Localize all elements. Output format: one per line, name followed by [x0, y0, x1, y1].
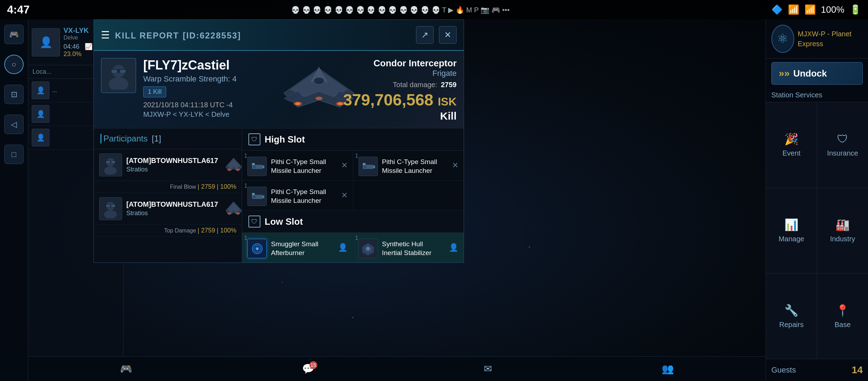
svg-point-24 — [315, 97, 323, 100]
low-slot-icon-1 — [247, 239, 267, 258]
signal-icon: 📶 — [804, 4, 816, 15]
stat-time: 04:46 — [64, 43, 79, 50]
participant-info-1: [ATOM]BTOWNHUSTLA617 Stratios — [126, 157, 218, 173]
svg-rect-39 — [106, 205, 110, 207]
bottom-bar: 🎮 💬 15 ✉ 👥 — [28, 356, 766, 381]
svg-rect-15 — [120, 70, 126, 73]
svg-point-45 — [236, 212, 240, 214]
repairs-icon: 🔧 — [784, 304, 798, 317]
insurance-label: Insurance — [827, 149, 858, 157]
stat-chart-icon: 📈 — [85, 43, 92, 50]
industry-icon: 🏭 — [836, 218, 850, 231]
base-label: Base — [834, 321, 851, 329]
high-slot-2[interactable]: 1 Pithi C-Type Small Missile Launcher ✕ — [353, 151, 464, 180]
low-slot-name-2: Synthetic Hull Inertial Stabilizer — [382, 240, 445, 257]
svg-point-10 — [352, 317, 354, 318]
service-base[interactable]: 📍 Base — [817, 273, 868, 359]
high-slot-row-1: 1 Pithi C-Type Small Missile Launcher ✕ — [242, 151, 464, 181]
isk-label: ISK — [438, 95, 457, 108]
participant-stats-1: Final Blow | 2759 | 100% — [94, 181, 242, 193]
square-button[interactable]: □ — [4, 145, 24, 164]
svg-point-23 — [337, 102, 343, 105]
participant-name-1: [ATOM]BTOWNHUSTLA617 — [126, 157, 218, 165]
svg-rect-53 — [363, 163, 366, 165]
slot-num-2: 1 — [355, 153, 358, 159]
bottom-group-btn[interactable]: 👥 — [662, 363, 674, 375]
svg-point-56 — [253, 195, 256, 198]
guests-row: Guests 14 — [766, 359, 868, 381]
slot-icon-2 — [358, 157, 378, 176]
low-slot-name-1: Smuggler Small Afterburner — [271, 240, 334, 257]
undock-button[interactable]: »» Undock — [771, 62, 863, 85]
svg-point-36 — [236, 169, 240, 171]
status-icons: 💀 💀 💀 💀 💀 💀 💀 💀 💀 💀 💀 💀 💀 💀 T ▶ 🔥 M P 📷 … — [291, 6, 510, 14]
menu-icon[interactable]: ☰ — [101, 29, 110, 41]
bottom-mail-btn[interactable]: ✉ — [484, 363, 492, 375]
slot-close-1[interactable]: ✕ — [341, 161, 348, 170]
bottom-mail-icon: ✉ — [484, 363, 492, 375]
total-damage-value: 2759 — [441, 81, 457, 89]
low-slot-2[interactable]: 1 Synthetic Hull Inertial Stabilizer 👤 — [353, 233, 464, 262]
service-insurance[interactable]: 🛡 Insurance — [817, 102, 868, 188]
slot-person-icon-1: 👤 — [338, 243, 348, 252]
slot-close-3[interactable]: ✕ — [341, 191, 348, 200]
gamepad-button[interactable]: 🎮 — [4, 25, 24, 44]
svg-point-48 — [253, 165, 256, 168]
slot-person-icon-2: 👤 — [449, 243, 458, 252]
svg-point-41 — [104, 210, 117, 218]
ship-type: Condor Interceptor — [343, 58, 457, 69]
kill-report-title: KILL REPORT — [115, 31, 179, 40]
ship-icon-1 — [222, 155, 242, 175]
kill-report-id: [ID:6228553] — [183, 31, 241, 40]
participant-damage-1: | — [198, 183, 201, 190]
service-repairs[interactable]: 🔧 Repairs — [766, 273, 817, 359]
low-slot-num-1: 1 — [244, 235, 247, 241]
service-event[interactable]: 🎉 Event — [766, 102, 817, 188]
isk-value: 379,706,568 — [343, 91, 433, 109]
svg-point-7 — [529, 247, 530, 248]
back-button[interactable]: ◁ — [4, 115, 24, 134]
low-slot-label: Low Slot — [265, 216, 303, 227]
low-slot-header: 🛡 Low Slot — [242, 211, 464, 233]
slot-close-2[interactable]: ✕ — [452, 161, 458, 170]
bottom-chat-btn[interactable]: 💬 15 — [302, 363, 314, 375]
battery-text: 100% — [821, 4, 845, 15]
kill-report-dialog: ☰ KILL REPORT [ID:6228553] ↗ ✕ [FLY7]zC — [94, 19, 464, 263]
high-slot-header: 🛡 High Slot — [242, 128, 464, 151]
low-slot-1[interactable]: 1 Smuggler Small Afterburner 👤 — [242, 233, 353, 262]
participants-count: [1] — [152, 134, 161, 143]
svg-rect-14 — [111, 70, 117, 73]
manage-label: Manage — [779, 235, 804, 243]
participant-name-2: [ATOM]BTOWNHUSTLA617 — [126, 200, 218, 208]
right-top-section: ⚛ MJXW-P - Planet Express — [766, 19, 868, 59]
dialog-header: ☰ KILL REPORT [ID:6228553] ↗ ✕ — [94, 20, 464, 51]
low-slot-num-2: 1 — [355, 235, 358, 241]
list-avatar-2: 👤 — [32, 105, 49, 123]
participant-row-1[interactable]: [ATOM]BTOWNHUSTLA617 Stratios — [94, 149, 242, 181]
station-services-label: Station Services — [766, 88, 868, 102]
circle-button[interactable]: ○ — [4, 55, 24, 74]
atom-icon: ⚛ — [771, 25, 794, 53]
list-avatar-3: 👤 — [32, 129, 49, 146]
high-slot-1[interactable]: 1 Pithi C-Type Small Missile Launcher ✕ — [242, 151, 353, 180]
service-manage[interactable]: 📊 Manage — [766, 188, 817, 273]
manage-icon: 📊 — [784, 218, 798, 231]
bottom-gamepad-btn[interactable]: 🎮 — [120, 363, 132, 375]
low-slot-icon-2 — [358, 239, 378, 258]
low-slot-row-1: 1 Smuggler Small Afterburner 👤 — [242, 233, 464, 262]
high-slot-3[interactable]: 1 Pithi C-Type Small Missile Launcher ✕ — [242, 181, 353, 210]
svg-rect-40 — [111, 205, 115, 207]
service-industry[interactable]: 🏭 Industry — [817, 188, 868, 273]
slot-num-3: 1 — [244, 183, 247, 189]
close-button[interactable]: ✕ — [439, 26, 457, 44]
export-button[interactable]: ↗ — [416, 26, 434, 44]
slot-icon-1 — [247, 157, 267, 176]
participant-avatar-1 — [99, 153, 122, 176]
slot-icon-3 — [247, 187, 267, 206]
scan-button[interactable]: ⊡ — [4, 85, 24, 104]
high-slot-4-empty — [353, 181, 464, 210]
participant-sep: | — [217, 183, 220, 190]
chat-badge: 15 — [309, 361, 317, 369]
undock-label: Undock — [793, 68, 827, 79]
participant-row-2[interactable]: [ATOM]BTOWNHUSTLA617 Stratios — [94, 193, 242, 225]
